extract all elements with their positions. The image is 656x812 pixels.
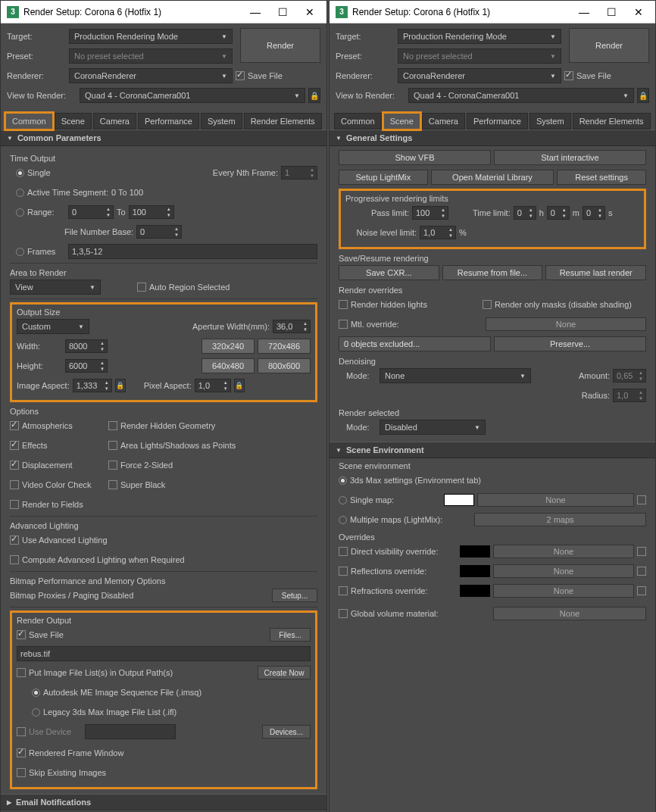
radio-single-map[interactable] [339, 496, 347, 504]
radio-legacy[interactable] [32, 708, 40, 717]
chk-only-masks[interactable] [483, 300, 492, 309]
chk-f2s[interactable] [108, 461, 117, 470]
chk-eff[interactable] [10, 441, 19, 450]
range-from[interactable]: 0▲▼ [68, 205, 114, 219]
tab-system[interactable]: System [529, 113, 571, 130]
create-now-button[interactable]: Create Now [258, 666, 311, 679]
chk-refl[interactable] [339, 567, 348, 576]
mtl-none-button[interactable]: None [486, 317, 646, 331]
noise-spin[interactable]: 1,0▲▼ [420, 226, 456, 239]
time-m-spin[interactable]: 0▲▼ [547, 206, 570, 220]
renderer-combo[interactable]: CoronaRenderer▼ [69, 68, 233, 83]
time-h-spin[interactable]: 0▲▼ [514, 206, 536, 220]
auto-region-check[interactable] [137, 283, 146, 292]
render-button[interactable]: Render [240, 28, 320, 63]
preset-800[interactable]: 800x600 [258, 358, 311, 373]
tab-system[interactable]: System [201, 113, 242, 130]
aspect-lock-icon[interactable]: 🔒 [115, 379, 126, 392]
preset-combo[interactable]: No preset selected▼ [398, 48, 561, 64]
objs-excluded-button[interactable]: 0 objects excluded... [339, 336, 491, 351]
chk-rtf[interactable] [10, 500, 19, 509]
time-s-spin[interactable]: 0▲▼ [583, 206, 605, 220]
chk-rhg[interactable] [108, 421, 117, 430]
radio-frames[interactable] [16, 248, 24, 256]
rendersel-combo[interactable]: Disabled▼ [380, 420, 486, 435]
radio-range[interactable] [16, 208, 24, 217]
frames-input[interactable]: 1,3,5-12 [68, 244, 317, 259]
chk-refr[interactable] [339, 586, 348, 595]
radio-3ds-env[interactable] [339, 476, 347, 485]
preset-combo[interactable]: No preset selected▼ [69, 48, 233, 64]
email-header[interactable]: ▶Email Notifications [1, 794, 326, 810]
denoise-mode-combo[interactable]: None▼ [380, 368, 531, 383]
chk-compadv[interactable] [10, 555, 19, 564]
multi-maps-button[interactable]: 2 maps [474, 513, 646, 526]
chk-savefile[interactable] [17, 630, 26, 639]
amount-spin[interactable]: 0,65▲▼ [613, 369, 646, 383]
preserve-button[interactable]: Preserve... [494, 336, 646, 351]
chk-alsp[interactable] [108, 441, 117, 450]
filename-input[interactable]: rebus.tif [17, 646, 311, 661]
chk-useadv[interactable] [10, 536, 19, 545]
tab-elements[interactable]: Render Elements [573, 113, 651, 130]
globvol-none[interactable]: None [493, 607, 646, 620]
chk-sb[interactable] [108, 480, 117, 489]
close-button[interactable]: ✕ [625, 3, 652, 21]
chk-rfw[interactable] [17, 748, 26, 757]
tab-common[interactable]: Common [334, 113, 382, 130]
preset-320[interactable]: 320x240 [201, 339, 255, 354]
radio-single[interactable] [16, 169, 24, 177]
chk-atmos[interactable] [10, 421, 19, 430]
setup-button[interactable]: Setup... [272, 589, 317, 602]
tab-performance[interactable]: Performance [467, 113, 528, 130]
setup-lm-button[interactable]: Setup LightMix [339, 170, 428, 185]
outsize-combo[interactable]: Custom▼ [17, 319, 89, 334]
renderer-combo[interactable]: CoronaRenderer▼ [398, 68, 561, 83]
refr-chk2[interactable] [637, 586, 646, 595]
chk-dirvis[interactable] [339, 547, 348, 556]
radio-autodesk[interactable] [32, 689, 40, 697]
tab-performance[interactable]: Performance [138, 113, 199, 130]
pix-aspect-spin[interactable]: 1,0▲▼ [195, 379, 231, 392]
tab-elements[interactable]: Render Elements [244, 113, 322, 130]
width-spin[interactable]: 8000▲▼ [65, 339, 108, 353]
devices-button[interactable]: Devices... [262, 725, 311, 739]
radio-multi-maps[interactable] [339, 516, 347, 524]
refl-chk2[interactable] [637, 567, 646, 576]
single-map-none[interactable]: None [477, 493, 634, 507]
savefile-check[interactable] [564, 71, 573, 80]
dirvis-swatch[interactable] [460, 545, 490, 557]
open-mat-button[interactable]: Open Material Library [431, 170, 554, 185]
minimize-button[interactable]: — [570, 3, 598, 21]
start-int-button[interactable]: Start interactive [494, 150, 646, 165]
tab-camera[interactable]: Camera [93, 113, 136, 130]
tab-scene[interactable]: Scene [383, 113, 420, 130]
show-vfb-button[interactable]: Show VFB [339, 150, 491, 165]
savefile-check[interactable] [236, 71, 245, 80]
tab-scene[interactable]: Scene [55, 113, 92, 130]
refr-none[interactable]: None [493, 584, 634, 598]
chk-usedev[interactable] [17, 727, 26, 736]
target-combo[interactable]: Production Rendering Mode▼ [69, 29, 233, 44]
pix-lock-icon[interactable]: 🔒 [234, 379, 245, 392]
chk-hidden-lights[interactable] [339, 300, 348, 309]
file-num-base[interactable]: 0▲▼ [136, 225, 182, 239]
refl-swatch[interactable] [460, 565, 490, 577]
height-spin[interactable]: 6000▲▼ [65, 359, 108, 373]
dirvis-none[interactable]: None [493, 545, 634, 558]
view-combo[interactable]: Quad 4 - CoronaCamera001▼ [408, 88, 634, 103]
view-combo[interactable]: Quad 4 - CoronaCamera001▼ [80, 88, 305, 103]
close-button[interactable]: ✕ [296, 3, 323, 21]
files-button[interactable]: Files... [270, 628, 311, 642]
general-header[interactable]: ▼General Settings [330, 130, 655, 146]
chk-vcc[interactable] [10, 480, 19, 489]
range-to[interactable]: 100▲▼ [129, 205, 174, 219]
pass-limit-spin[interactable]: 100▲▼ [412, 206, 448, 220]
lock-icon[interactable]: 🔒 [308, 88, 320, 103]
maximize-button[interactable]: ☐ [269, 3, 296, 21]
save-cxr-button[interactable]: Save CXR... [339, 265, 439, 280]
refr-swatch[interactable] [460, 585, 490, 597]
lock-icon[interactable]: 🔒 [637, 88, 649, 103]
area-combo[interactable]: View▼ [10, 280, 101, 295]
common-params-header[interactable]: ▼Common Parameters [1, 130, 326, 146]
